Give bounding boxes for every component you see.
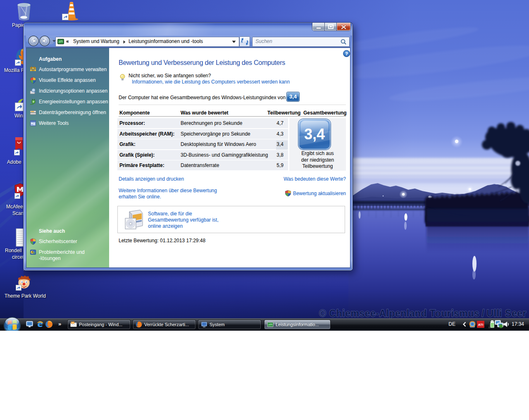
svg-text:© Chiemsee-Alpenland Tourismus: © Chiemsee-Alpenland Tourismus / Ulli Se… bbox=[319, 308, 527, 319]
svg-text:?: ? bbox=[345, 51, 348, 56]
svg-text:ATI: ATI bbox=[478, 323, 483, 327]
